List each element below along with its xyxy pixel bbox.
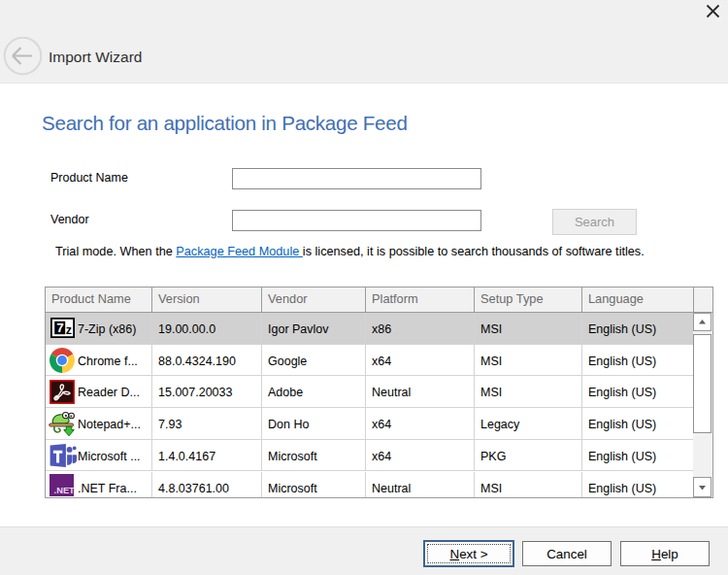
- svg-text:.NET: .NET: [54, 485, 74, 494]
- svg-text:z: z: [66, 323, 72, 337]
- svg-text:7: 7: [56, 321, 64, 335]
